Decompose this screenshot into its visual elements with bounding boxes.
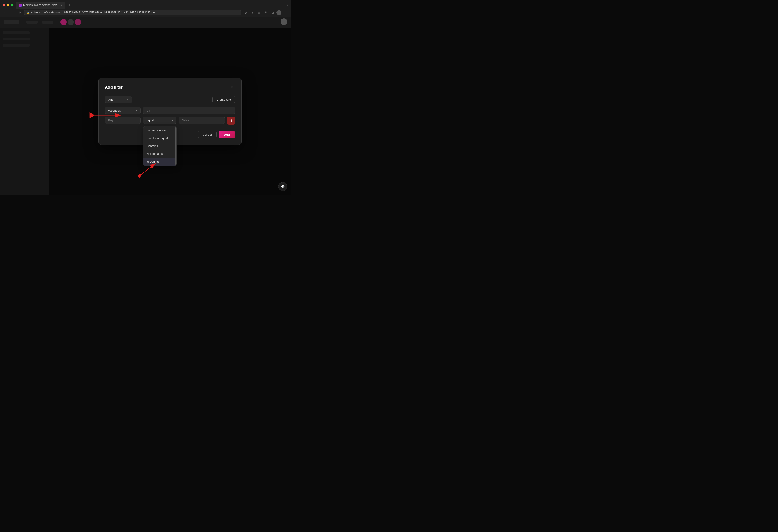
- share-icon[interactable]: ↑: [250, 10, 255, 15]
- sidebar-content: [0, 28, 49, 54]
- app-logo: [4, 20, 19, 24]
- add-filter-modal: Add filter × And ▾ Create rule Webhook ▾: [98, 78, 242, 145]
- app-nav: [26, 20, 53, 24]
- new-tab-button[interactable]: +: [66, 2, 72, 8]
- dropdown-item-smaller-equal[interactable]: Smaller or equal: [143, 134, 176, 142]
- dropdown-item-contains[interactable]: Contains: [143, 142, 176, 150]
- and-or-label: And: [108, 98, 113, 101]
- dropdown-item-larger-equal[interactable]: Larger or equal: [143, 127, 176, 134]
- nav-item-2: [42, 20, 53, 24]
- lock-icon: 🔒: [27, 11, 29, 14]
- delete-icon: 🗑: [230, 119, 233, 123]
- user-avatar[interactable]: [281, 18, 287, 25]
- back-button[interactable]: ←: [3, 10, 8, 15]
- traffic-lights: [3, 4, 13, 6]
- traffic-light-yellow[interactable]: [7, 4, 9, 6]
- operator-dropdown[interactable]: Equal ▾ Larger or equal Smaller or equal…: [143, 117, 176, 124]
- modal-title: Add filter: [105, 85, 123, 90]
- workflow-steps: [60, 19, 81, 25]
- url-text: web.novu.co/workflows/edit/64927dc03c22f…: [31, 11, 155, 14]
- sidebar-item-1: [3, 31, 29, 34]
- value-input[interactable]: [179, 117, 225, 124]
- cancel-button[interactable]: Cancel: [198, 131, 216, 138]
- browser-actions: ⊕ ↑ ☆ ⧉ ⊡ ⋮: [243, 10, 288, 15]
- operator-label: Equal: [146, 119, 154, 122]
- chat-widget-button[interactable]: 💬: [278, 182, 287, 191]
- workflow-dot-1: [60, 19, 67, 25]
- sidebar-item-3: [3, 44, 29, 47]
- create-rule-button[interactable]: Create rule: [212, 96, 235, 103]
- filter-top-row: And ▾ Create rule: [105, 96, 235, 103]
- browser-chrome: Mention in a comment | Novu × + › ← → ↻ …: [0, 0, 291, 17]
- tab-chevron-icon: ›: [287, 4, 288, 7]
- more-options-icon[interactable]: ⋮: [283, 10, 288, 15]
- dropdown-item-not-contains[interactable]: Not contains: [143, 150, 176, 158]
- modal-close-button[interactable]: ×: [229, 84, 235, 91]
- delete-rule-button[interactable]: 🗑: [227, 117, 235, 125]
- workflow-dot-3: [75, 19, 81, 25]
- key-input[interactable]: [105, 117, 141, 124]
- filter-second-row: Equal ▾ Larger or equal Smaller or equal…: [105, 117, 235, 125]
- nav-item-1: [26, 20, 37, 24]
- chat-icon: 💬: [281, 185, 285, 188]
- and-or-chevron-icon: ▾: [127, 98, 129, 101]
- modal-header: Add filter ×: [105, 84, 235, 91]
- window-icon[interactable]: ⊡: [270, 10, 275, 15]
- browser-profile-avatar[interactable]: [277, 10, 282, 15]
- page-background: Add filter × And ▾ Create rule Webhook ▾: [0, 16, 291, 195]
- sidebar-item-2: [3, 37, 29, 40]
- operator-dropdown-menu: Larger or equal Smaller or equal Contain…: [143, 126, 177, 166]
- operator-chevron-icon: ▾: [172, 119, 173, 122]
- traffic-light-green[interactable]: [11, 4, 13, 6]
- field-type-chevron-icon: ▾: [136, 109, 137, 112]
- tab-title: Mention in a comment | Novu: [23, 4, 58, 7]
- tab-close-button[interactable]: ×: [60, 4, 63, 7]
- forward-button[interactable]: →: [10, 10, 15, 15]
- tab-favicon: [19, 4, 22, 7]
- and-or-dropdown[interactable]: And ▾: [105, 96, 132, 103]
- browser-tab-active[interactable]: Mention in a comment | Novu ×: [16, 2, 65, 8]
- refresh-button[interactable]: ↻: [17, 10, 22, 15]
- address-bar: ← → ↻ 🔒 web.novu.co/workflows/edit/64927…: [0, 8, 291, 16]
- url-input[interactable]: [143, 107, 235, 114]
- bookmark-icon[interactable]: ☆: [256, 10, 262, 15]
- field-type-dropdown[interactable]: Webhook ▾: [105, 107, 141, 114]
- url-bar[interactable]: 🔒 web.novu.co/workflows/edit/64927dc03c2…: [24, 10, 241, 15]
- dropdown-item-is-defined[interactable]: Is Defined: [143, 158, 176, 165]
- add-button[interactable]: Add: [219, 131, 235, 138]
- zoom-icon[interactable]: ⊕: [243, 10, 248, 15]
- modal-overlay: Add filter × And ▾ Create rule Webhook ▾: [49, 28, 291, 195]
- left-sidebar: [0, 28, 49, 195]
- app-top-bar: [0, 16, 291, 28]
- filter-condition-row: Webhook ▾: [105, 107, 235, 114]
- tab-bar: Mention in a comment | Novu × + ›: [0, 0, 291, 8]
- dropdown-scrollbar: [175, 127, 176, 165]
- field-type-label: Webhook: [108, 109, 121, 112]
- workflow-dot-2: [68, 19, 74, 25]
- traffic-light-red[interactable]: [3, 4, 5, 6]
- extensions-icon[interactable]: ⧉: [263, 10, 268, 15]
- workflow-canvas: Add filter × And ▾ Create rule Webhook ▾: [49, 28, 291, 195]
